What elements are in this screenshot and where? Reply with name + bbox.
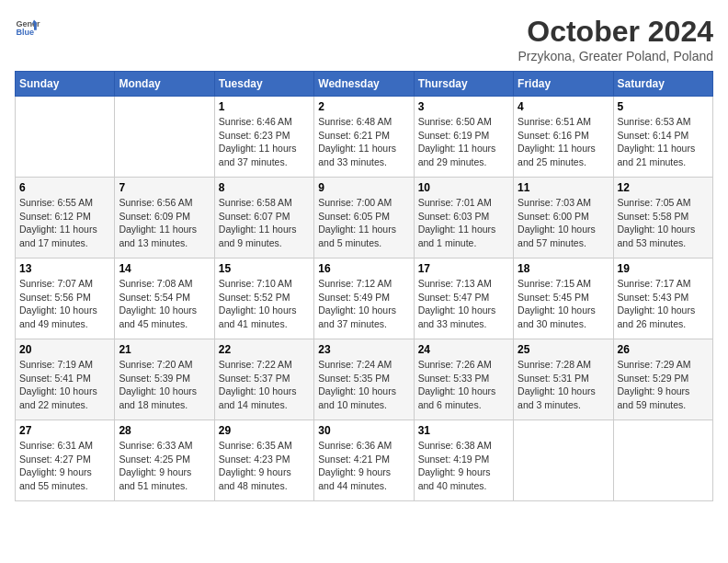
weekday-header-row: SundayMondayTuesdayWednesdayThursdayFrid… (16, 72, 713, 97)
day-number: 5 (618, 100, 709, 113)
day-info: Sunrise: 7:29 AM Sunset: 5:29 PM Dayligh… (618, 358, 709, 412)
day-info: Sunrise: 7:15 AM Sunset: 5:45 PM Dayligh… (518, 277, 609, 331)
day-info: Sunrise: 6:53 AM Sunset: 6:14 PM Dayligh… (618, 115, 709, 169)
calendar-cell: 7Sunrise: 6:56 AM Sunset: 6:09 PM Daylig… (115, 178, 214, 259)
calendar-cell: 14Sunrise: 7:08 AM Sunset: 5:54 PM Dayli… (115, 259, 214, 339)
day-number: 4 (518, 100, 609, 113)
day-info: Sunrise: 6:31 AM Sunset: 4:27 PM Dayligh… (19, 439, 110, 493)
calendar-cell: 10Sunrise: 7:01 AM Sunset: 6:03 PM Dayli… (414, 178, 513, 259)
day-number: 22 (219, 343, 310, 356)
day-info: Sunrise: 7:05 AM Sunset: 5:58 PM Dayligh… (618, 196, 709, 250)
day-number: 20 (19, 343, 110, 356)
calendar-week-5: 27Sunrise: 6:31 AM Sunset: 4:27 PM Dayli… (16, 420, 713, 501)
calendar-cell: 8Sunrise: 6:58 AM Sunset: 6:07 PM Daylig… (214, 178, 313, 259)
calendar-cell: 19Sunrise: 7:17 AM Sunset: 5:43 PM Dayli… (613, 259, 712, 339)
day-number: 28 (119, 424, 210, 437)
day-number: 19 (618, 262, 709, 275)
calendar-cell: 2Sunrise: 6:48 AM Sunset: 6:21 PM Daylig… (314, 97, 414, 178)
day-info: Sunrise: 6:33 AM Sunset: 4:25 PM Dayligh… (119, 439, 210, 493)
calendar-cell (16, 97, 115, 178)
day-info: Sunrise: 6:58 AM Sunset: 6:07 PM Dayligh… (219, 196, 310, 250)
weekday-header-tuesday: Tuesday (214, 72, 313, 97)
day-info: Sunrise: 7:13 AM Sunset: 5:47 PM Dayligh… (418, 277, 509, 331)
calendar-cell: 12Sunrise: 7:05 AM Sunset: 5:58 PM Dayli… (613, 178, 712, 259)
day-info: Sunrise: 7:17 AM Sunset: 5:43 PM Dayligh… (618, 277, 709, 331)
calendar-cell: 25Sunrise: 7:28 AM Sunset: 5:31 PM Dayli… (514, 339, 613, 420)
calendar-week-4: 20Sunrise: 7:19 AM Sunset: 5:41 PM Dayli… (16, 339, 713, 420)
day-number: 25 (518, 343, 609, 356)
calendar-cell (514, 420, 613, 501)
calendar-cell: 29Sunrise: 6:35 AM Sunset: 4:23 PM Dayli… (214, 420, 313, 501)
page-subtitle: Przykona, Greater Poland, Poland (518, 49, 713, 63)
day-info: Sunrise: 6:48 AM Sunset: 6:21 PM Dayligh… (318, 115, 409, 169)
day-info: Sunrise: 7:26 AM Sunset: 5:33 PM Dayligh… (418, 358, 509, 412)
weekday-header-monday: Monday (115, 72, 214, 97)
weekday-header-thursday: Thursday (414, 72, 513, 97)
day-number: 26 (618, 343, 709, 356)
day-number: 13 (19, 262, 110, 275)
calendar-cell: 16Sunrise: 7:12 AM Sunset: 5:49 PM Dayli… (314, 259, 414, 339)
day-info: Sunrise: 7:03 AM Sunset: 6:00 PM Dayligh… (518, 196, 609, 250)
calendar-cell: 18Sunrise: 7:15 AM Sunset: 5:45 PM Dayli… (514, 259, 613, 339)
day-info: Sunrise: 7:19 AM Sunset: 5:41 PM Dayligh… (19, 358, 110, 412)
logo-icon: General Blue (15, 15, 40, 40)
day-number: 6 (19, 181, 110, 194)
calendar-week-3: 13Sunrise: 7:07 AM Sunset: 5:56 PM Dayli… (16, 259, 713, 339)
day-info: Sunrise: 6:51 AM Sunset: 6:16 PM Dayligh… (518, 115, 609, 169)
day-number: 17 (418, 262, 509, 275)
day-info: Sunrise: 7:01 AM Sunset: 6:03 PM Dayligh… (418, 196, 509, 250)
calendar-cell (115, 97, 214, 178)
calendar-cell: 21Sunrise: 7:20 AM Sunset: 5:39 PM Dayli… (115, 339, 214, 420)
calendar-cell: 6Sunrise: 6:55 AM Sunset: 6:12 PM Daylig… (16, 178, 115, 259)
weekday-header-friday: Friday (514, 72, 613, 97)
day-number: 21 (119, 343, 210, 356)
calendar-cell: 27Sunrise: 6:31 AM Sunset: 4:27 PM Dayli… (16, 420, 115, 501)
day-info: Sunrise: 6:35 AM Sunset: 4:23 PM Dayligh… (219, 439, 310, 493)
day-number: 12 (618, 181, 709, 194)
day-number: 3 (418, 100, 509, 113)
day-number: 11 (518, 181, 609, 194)
day-info: Sunrise: 7:12 AM Sunset: 5:49 PM Dayligh… (318, 277, 409, 331)
day-info: Sunrise: 6:36 AM Sunset: 4:21 PM Dayligh… (318, 439, 409, 493)
day-number: 29 (219, 424, 310, 437)
day-number: 31 (418, 424, 509, 437)
day-info: Sunrise: 7:28 AM Sunset: 5:31 PM Dayligh… (518, 358, 609, 412)
calendar-cell: 11Sunrise: 7:03 AM Sunset: 6:00 PM Dayli… (514, 178, 613, 259)
day-number: 10 (418, 181, 509, 194)
day-number: 16 (318, 262, 409, 275)
day-info: Sunrise: 7:20 AM Sunset: 5:39 PM Dayligh… (119, 358, 210, 412)
svg-text:Blue: Blue (16, 28, 34, 37)
day-info: Sunrise: 7:10 AM Sunset: 5:52 PM Dayligh… (219, 277, 310, 331)
calendar-cell: 22Sunrise: 7:22 AM Sunset: 5:37 PM Dayli… (214, 339, 313, 420)
day-number: 7 (119, 181, 210, 194)
day-number: 14 (119, 262, 210, 275)
day-number: 23 (318, 343, 409, 356)
day-info: Sunrise: 7:24 AM Sunset: 5:35 PM Dayligh… (318, 358, 409, 412)
calendar-table: SundayMondayTuesdayWednesdayThursdayFrid… (15, 71, 713, 501)
day-info: Sunrise: 6:55 AM Sunset: 6:12 PM Dayligh… (19, 196, 110, 250)
calendar-cell: 9Sunrise: 7:00 AM Sunset: 6:05 PM Daylig… (314, 178, 414, 259)
day-number: 1 (219, 100, 310, 113)
page-title: October 2024 (518, 15, 713, 49)
day-number: 24 (418, 343, 509, 356)
calendar-cell: 30Sunrise: 6:36 AM Sunset: 4:21 PM Dayli… (314, 420, 414, 501)
day-info: Sunrise: 6:50 AM Sunset: 6:19 PM Dayligh… (418, 115, 509, 169)
weekday-header-wednesday: Wednesday (314, 72, 414, 97)
calendar-cell: 24Sunrise: 7:26 AM Sunset: 5:33 PM Dayli… (414, 339, 513, 420)
day-number: 2 (318, 100, 409, 113)
calendar-cell (613, 420, 712, 501)
day-number: 15 (219, 262, 310, 275)
calendar-cell: 13Sunrise: 7:07 AM Sunset: 5:56 PM Dayli… (16, 259, 115, 339)
calendar-cell: 26Sunrise: 7:29 AM Sunset: 5:29 PM Dayli… (613, 339, 712, 420)
calendar-cell: 4Sunrise: 6:51 AM Sunset: 6:16 PM Daylig… (514, 97, 613, 178)
weekday-header-saturday: Saturday (613, 72, 712, 97)
calendar-cell: 15Sunrise: 7:10 AM Sunset: 5:52 PM Dayli… (214, 259, 313, 339)
page-header: General Blue October 2024 Przykona, Grea… (15, 15, 713, 63)
weekday-header-sunday: Sunday (16, 72, 115, 97)
day-info: Sunrise: 6:46 AM Sunset: 6:23 PM Dayligh… (219, 115, 310, 169)
calendar-cell: 17Sunrise: 7:13 AM Sunset: 5:47 PM Dayli… (414, 259, 513, 339)
day-info: Sunrise: 6:56 AM Sunset: 6:09 PM Dayligh… (119, 196, 210, 250)
calendar-cell: 1Sunrise: 6:46 AM Sunset: 6:23 PM Daylig… (214, 97, 313, 178)
calendar-cell: 5Sunrise: 6:53 AM Sunset: 6:14 PM Daylig… (613, 97, 712, 178)
day-info: Sunrise: 6:38 AM Sunset: 4:19 PM Dayligh… (418, 439, 509, 493)
